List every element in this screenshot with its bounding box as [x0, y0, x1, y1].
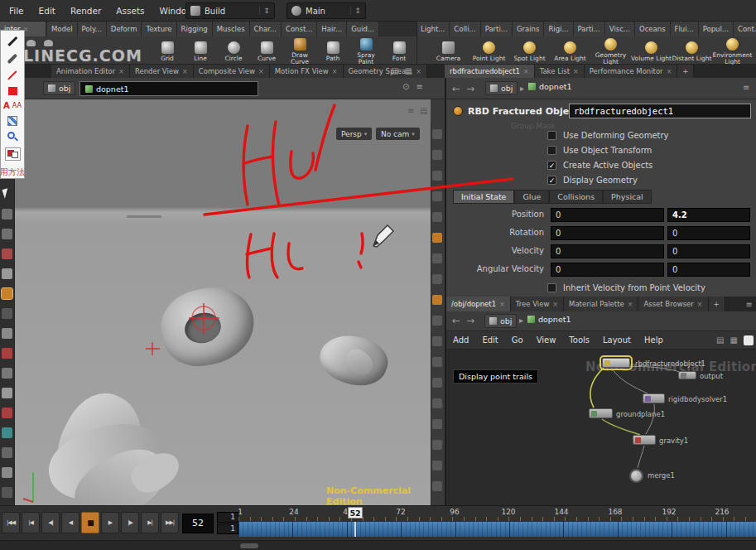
menu-icon[interactable]: ≡	[416, 82, 422, 91]
left-tool-icon[interactable]	[2, 308, 12, 319]
play-button[interactable]: ▶	[101, 512, 119, 533]
param-field[interactable]: 0	[551, 208, 664, 222]
viewport-tool-icon[interactable]	[432, 378, 442, 388]
tool-path[interactable]: Path	[316, 41, 349, 62]
checkbox[interactable]: ✓	[547, 161, 556, 170]
tool-volume-light[interactable]: Volume Light	[631, 41, 672, 62]
menu-assets[interactable]: Assets	[108, 0, 152, 22]
viewport-tool-icon[interactable]	[432, 150, 442, 160]
tool-area-light[interactable]: Area Light	[550, 41, 590, 62]
left-tool-icon[interactable]	[2, 209, 12, 220]
close-icon[interactable]: ×	[499, 301, 505, 308]
jump-start-button[interactable]: |◀◀	[2, 512, 20, 533]
tool-spray-paint[interactable]: Spray Paint	[349, 37, 383, 66]
close-icon[interactable]: ×	[258, 68, 264, 75]
close-icon[interactable]: ×	[628, 301, 633, 308]
tool-spot-light[interactable]: Spot Light	[509, 41, 550, 62]
tool-distant-light[interactable]: Distant Light	[672, 41, 712, 62]
param-field[interactable]: 0	[667, 226, 750, 240]
left-tool-icon[interactable]	[2, 487, 12, 498]
range-end-field[interactable]: 1	[217, 523, 238, 534]
shelf-tab-deform[interactable]: Deform	[107, 22, 142, 36]
network-canvas[interactable]: Non-Commercial Edition rbdfracturedobjec…	[446, 350, 756, 505]
checkbox[interactable]	[547, 131, 556, 140]
path-root-chip[interactable]: obj	[43, 81, 75, 95]
node-name-field[interactable]: rbdfracturedobject1	[569, 104, 751, 118]
viewport-tool-icon[interactable]	[432, 357, 442, 367]
viewport-tool-icon[interactable]	[432, 398, 442, 408]
shelf-tab-model[interactable]: Model	[47, 22, 78, 36]
desktop-spinner-icon[interactable]: ↕	[259, 7, 270, 15]
left-tool-icon[interactable]	[2, 388, 12, 398]
tool-camera[interactable]: Camera	[428, 41, 469, 62]
menu-render[interactable]: Render	[63, 0, 108, 22]
shelf-tab-texture[interactable]: Texture	[142, 22, 176, 36]
prev-frame-button[interactable]: ◀|	[41, 512, 60, 533]
net-path-node[interactable]: dopnet1	[527, 315, 571, 324]
left-tool-icon[interactable]	[2, 348, 12, 359]
viewport-tool-icon[interactable]	[432, 191, 442, 201]
close-icon[interactable]: ×	[667, 68, 672, 75]
current-frame-field[interactable]: 52	[182, 514, 214, 533]
net-path-root-chip[interactable]: obj	[484, 314, 517, 328]
shelf-tab-oceans[interactable]: Oceans	[635, 22, 671, 36]
net-menu-edit[interactable]: Edit	[475, 331, 504, 350]
left-tool-icon[interactable]	[2, 368, 12, 379]
picker-icon[interactable]	[7, 116, 17, 126]
stop-button[interactable]: ■	[81, 512, 99, 533]
tool-line[interactable]: Line	[184, 41, 217, 62]
node-merge1[interactable]	[629, 469, 643, 483]
shelf-tab-muscles[interactable]: Muscles	[213, 22, 250, 36]
shelf-tab-const[interactable]: Const...	[282, 22, 317, 36]
tab-add-pane[interactable]: +	[677, 65, 694, 78]
toggle-use-deforming-geometry[interactable]: Use Deforming Geometry	[547, 131, 669, 140]
close-icon[interactable]: ×	[552, 301, 558, 308]
net-menu-go[interactable]: Go	[505, 331, 530, 350]
shelf-tab-rigid[interactable]: Rigi...	[544, 22, 573, 36]
toggle-create-active-objects[interactable]: ✓ Create Active Objects	[547, 161, 652, 170]
toggle-inherit-velocity[interactable]: Inherit Velocity from Point Velocity	[547, 283, 705, 292]
shelf-tab-hair[interactable]: Hair...	[317, 22, 347, 36]
tab-glue[interactable]: Glue	[514, 190, 549, 204]
viewport-tool-icon[interactable]	[432, 274, 442, 284]
param-field[interactable]: 0	[667, 244, 750, 258]
tool-environment-light[interactable]: Environment Light	[712, 37, 753, 66]
left-tool-icon[interactable]	[2, 328, 12, 339]
timeline-track[interactable]	[238, 522, 756, 537]
viewport-tool-icon[interactable]	[432, 129, 442, 139]
back-icon[interactable]: ←	[452, 315, 460, 326]
shelf-tab-fluids[interactable]: Flui...	[671, 22, 699, 36]
desktop-selector[interactable]: Build ↕	[185, 2, 275, 19]
shelf-tab-char[interactable]: Char...	[250, 22, 282, 36]
view-camera-selector[interactable]: No cam ▾	[376, 128, 420, 140]
tool-grid[interactable]: Grid	[151, 41, 184, 62]
viewport-tool-icon[interactable]	[432, 440, 442, 450]
display-options-icon[interactable]	[744, 335, 754, 345]
viewport-tool-icon[interactable]	[432, 316, 442, 326]
left-tool-icon[interactable]	[2, 268, 12, 279]
checkbox[interactable]	[547, 146, 556, 155]
shelf-tab-lights[interactable]: Light...	[417, 22, 450, 36]
scene-selector[interactable]: Main ↕	[287, 2, 366, 19]
node-gravity1[interactable]	[633, 435, 656, 445]
close-icon[interactable]: ×	[416, 68, 421, 75]
next-frame-button[interactable]: |▶	[121, 512, 139, 533]
left-tool-icon-active[interactable]	[2, 288, 12, 299]
pen-icon[interactable]	[7, 36, 17, 46]
shelf-tab-poly[interactable]: Poly...	[78, 22, 107, 36]
param-field[interactable]: 0	[551, 263, 664, 277]
tab-material-palette[interactable]: Material Palette×	[564, 297, 638, 311]
menu-file[interactable]: File	[2, 0, 31, 22]
tool-font[interactable]: Font	[383, 41, 416, 62]
rp-path-root-chip[interactable]: obj	[485, 81, 518, 95]
node-rbdfracturedobject1[interactable]	[602, 358, 630, 368]
tab-physical[interactable]: Physical	[603, 190, 652, 204]
shelf-tab-rigging[interactable]: Rigging	[177, 22, 213, 36]
tool-point-light[interactable]: Point Light	[469, 41, 509, 62]
close-icon[interactable]: ×	[523, 68, 529, 75]
tab-performance-monitor[interactable]: Performance Monitor×	[585, 65, 678, 78]
list-icon[interactable]: ▤	[391, 66, 398, 75]
viewport-tool-icon-active[interactable]	[432, 233, 442, 243]
param-field[interactable]: 0	[551, 244, 664, 258]
node-output[interactable]	[678, 371, 696, 379]
